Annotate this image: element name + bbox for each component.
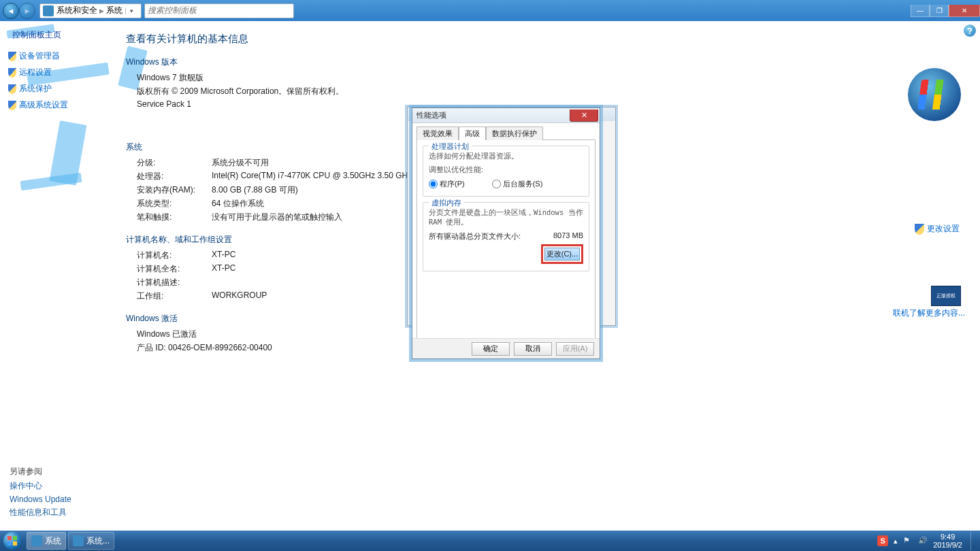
crumb-0[interactable]: 系统和安全 <box>56 5 97 16</box>
value-workgroup: WORKGROUP <box>212 290 267 302</box>
clock[interactable]: 9:49 2019/9/2 <box>933 533 962 549</box>
performance-options-dialog: 性能选项 ✕ 视觉效果 高级 数据执行保护 处理器计划 选择如何分配处理器资源。… <box>412 107 600 359</box>
value-pcname: XT-PC <box>212 250 235 261</box>
app-icon <box>31 535 42 546</box>
ok-button[interactable]: 确定 <box>472 342 510 356</box>
start-orb-icon <box>3 532 21 550</box>
label-workgroup: 工作组: <box>137 290 212 302</box>
dialog-title-text: 性能选项 <box>416 110 446 120</box>
section-edition: Windows 版本 <box>126 56 966 68</box>
taskbar-item-system-2[interactable]: 系统... <box>68 532 114 550</box>
shield-icon <box>8 101 16 110</box>
value-ram: 8.00 GB (7.88 GB 可用) <box>212 184 298 196</box>
tabs: 视觉效果 高级 数据执行保护 <box>416 126 600 139</box>
sidebar-item-label: 设备管理器 <box>19 50 60 62</box>
breadcrumb[interactable]: 系统和安全 ▶ 系统 ▾ <box>39 3 142 18</box>
control-panel-icon <box>43 5 54 16</box>
tab-visual-effects[interactable]: 视觉效果 <box>416 127 459 140</box>
windows-logo-icon <box>908 68 961 121</box>
apply-button: 应用(A) <box>556 342 594 356</box>
app-icon <box>73 535 84 546</box>
label-cpu: 处理器: <box>137 171 212 182</box>
label-systype: 系统类型: <box>137 198 212 210</box>
group-processor-scheduling: 处理器计划 选择如何分配处理器资源。 调整以优化性能: 程序(P) 后台服务(S… <box>423 146 589 197</box>
learn-more-link[interactable]: 联机了解更多内容... <box>893 307 965 319</box>
group-hint: 调整以优化性能: <box>429 165 583 175</box>
value-fullname: XT-PC <box>212 263 235 275</box>
show-desktop-button[interactable] <box>970 531 977 550</box>
chevron-right-icon: ▶ <box>99 7 104 14</box>
clock-date: 2019/9/2 <box>933 541 962 549</box>
shield-icon <box>915 224 924 235</box>
change-settings-link[interactable]: 更改设置 <box>915 223 960 235</box>
radio-programs-input[interactable] <box>429 180 438 188</box>
chevron-down-icon[interactable]: ▾ <box>125 7 135 14</box>
page-title: 查看有关计算机的基本信息 <box>126 33 966 46</box>
dialog-footer: 确定 取消 应用(A) <box>412 338 600 358</box>
crumb-1[interactable]: 系统 <box>106 5 122 16</box>
vm-total-label: 所有驱动器总分页文件大小: <box>429 231 521 241</box>
maximize-button[interactable]: ❐ <box>930 5 949 17</box>
label-pcname: 计算机名: <box>137 250 212 261</box>
taskbar-item-system[interactable]: 系统 <box>27 532 66 550</box>
sidebar-item-device-manager[interactable]: 设备管理器 <box>8 50 103 62</box>
value-pen: 没有可用于此显示器的笔或触控输入 <box>212 212 342 223</box>
sidebar-item-remote[interactable]: 远程设置 <box>8 67 103 78</box>
see-also-action-center[interactable]: 操作中心 <box>10 480 71 492</box>
tray-chevron-icon[interactable]: ▴ <box>894 537 898 546</box>
system-tray: S ▴ ⚑ 🔊 9:49 2019/9/2 <box>877 531 980 550</box>
forward-button[interactable]: ► <box>19 3 35 19</box>
dialog-titlebar[interactable]: 性能选项 ✕ <box>412 108 600 123</box>
label-desc: 计算机描述: <box>137 277 212 288</box>
group-desc: 分页文件是硬盘上的一块区域，Windows 当作 RAM 使用。 <box>429 208 583 227</box>
radio-programs[interactable]: 程序(P) <box>429 179 465 189</box>
tab-dep[interactable]: 数据执行保护 <box>486 127 543 140</box>
group-title: 虚拟内存 <box>429 198 464 208</box>
shield-icon <box>8 52 16 61</box>
sidebar-item-advanced[interactable]: 高级系统设置 <box>8 99 103 111</box>
dialog-close-button[interactable]: ✕ <box>570 110 598 122</box>
see-also-windows-update[interactable]: Windows Update <box>10 495 71 504</box>
edition-copyright: 版权所有 © 2009 Microsoft Corporation。保留所有权利… <box>137 86 966 97</box>
minimize-button[interactable]: — <box>911 5 930 17</box>
see-also-perf-info[interactable]: 性能信息和工具 <box>10 507 71 518</box>
task-label: 系统... <box>86 535 110 547</box>
sidebar-item-label: 高级系统设置 <box>19 99 68 111</box>
value-systype: 64 位操作系统 <box>212 198 264 210</box>
see-also-header: 另请参阅 <box>10 466 71 478</box>
radio-background[interactable]: 后台服务(S) <box>492 179 543 189</box>
sidebar-item-label: 系统保护 <box>19 83 52 95</box>
edition-name: Windows 7 旗舰版 <box>137 72 966 84</box>
cancel-button[interactable]: 取消 <box>514 342 552 356</box>
value-rating[interactable]: 系统分级不可用 <box>212 157 269 169</box>
window-titlebar: ◄ ► 系统和安全 ▶ 系统 ▾ 搜索控制面板 — ❐ ✕ <box>0 0 980 21</box>
sidebar-item-label: 远程设置 <box>19 67 52 78</box>
genuine-badge: 正版授权 <box>931 286 961 306</box>
tab-panel-advanced: 处理器计划 选择如何分配处理器资源。 调整以优化性能: 程序(P) 后台服务(S… <box>416 139 595 344</box>
label-fullname: 计算机全名: <box>137 263 212 275</box>
tab-advanced[interactable]: 高级 <box>459 127 486 140</box>
vm-total-value: 8073 MB <box>553 231 583 241</box>
change-vm-button[interactable]: 更改(C)... <box>544 248 580 261</box>
see-also: 另请参阅 操作中心 Windows Update 性能信息和工具 <box>10 463 71 521</box>
value-cpu: Intel(R) Core(TM) i7-4770K CPU @ 3.50GHz… <box>212 171 412 182</box>
sidebar: 控制面板主页 设备管理器 远程设置 系统保护 高级系统设置 另请参阅 操作中心 … <box>0 21 109 531</box>
group-virtual-memory: 虚拟内存 分页文件是硬盘上的一块区域，Windows 当作 RAM 使用。 所有… <box>423 202 589 271</box>
search-input[interactable]: 搜索控制面板 <box>144 3 294 18</box>
control-panel-home-link[interactable]: 控制面板主页 <box>12 29 103 41</box>
start-button[interactable] <box>0 531 24 551</box>
radio-background-input[interactable] <box>492 180 501 188</box>
sidebar-item-protection[interactable]: 系统保护 <box>8 83 103 95</box>
highlight-box: 更改(C)... <box>541 244 583 264</box>
search-placeholder: 搜索控制面板 <box>148 5 197 16</box>
clock-time: 9:49 <box>933 533 962 541</box>
back-button[interactable]: ◄ <box>3 3 19 19</box>
shield-icon <box>8 84 16 94</box>
ime-icon[interactable]: S <box>877 535 888 546</box>
group-desc: 选择如何分配处理器资源。 <box>429 152 583 161</box>
close-button[interactable]: ✕ <box>949 5 980 17</box>
radio-label: 程序(P) <box>440 179 465 189</box>
volume-icon[interactable]: 🔊 <box>918 536 928 546</box>
flag-icon[interactable]: ⚑ <box>903 536 913 546</box>
change-settings-label: 更改设置 <box>927 223 960 235</box>
